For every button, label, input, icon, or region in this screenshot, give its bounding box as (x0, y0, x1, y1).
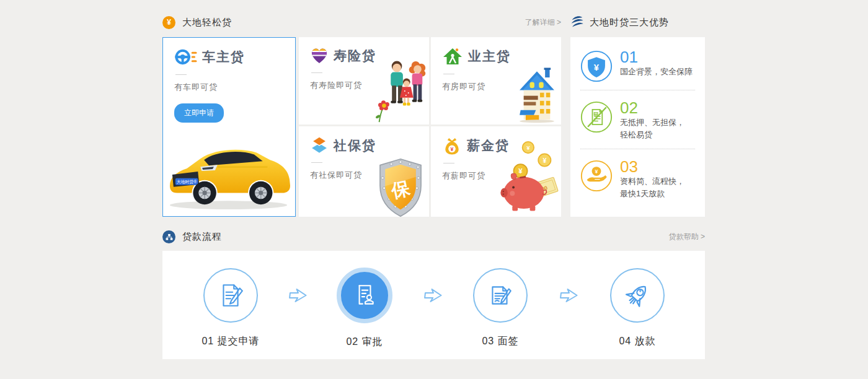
step-label: 03 面签 (451, 335, 550, 348)
advantage-item-2: 02 无抵押、无担保， 轻松易贷 (580, 95, 695, 144)
process-step-interview-sign: 03 面签 (451, 268, 550, 348)
divider (443, 163, 454, 163)
step-label: 02 审批 (315, 336, 414, 349)
card-title: 社保贷 (334, 137, 376, 154)
card-title: 薪金贷 (467, 137, 510, 154)
process-step-submit: 01 提交申请 (181, 268, 280, 348)
rocket-yen-icon: ¥ (624, 282, 651, 309)
card-title: 业主贷 (468, 48, 511, 65)
advantage-number: 03 (620, 158, 684, 175)
step-circle-active (337, 268, 392, 323)
purple-heart-icon (310, 47, 329, 64)
loan-landing-page: ¥ 大地轻松贷 了解详细 > 大地时贷三大优势 (0, 0, 868, 379)
arrow-right-icon (422, 287, 445, 304)
svg-text:¥: ¥ (451, 146, 454, 152)
process-step-approval: 02 审批 (315, 268, 414, 349)
arrow-right-icon (558, 287, 580, 304)
svg-text:¥: ¥ (594, 63, 600, 72)
flowchart-circle-icon (162, 230, 175, 243)
advantage-text: 轻松易贷 (620, 129, 684, 141)
product-card-car-loan[interactable]: 车主贷 有车即可贷 立即申请 大地时贷® (162, 37, 296, 217)
steering-wheel-icon (174, 48, 197, 66)
learn-more-link[interactable]: 了解详细 > (525, 17, 561, 28)
yellow-car-illustration: 大地时贷® (164, 131, 296, 213)
step-circle (203, 268, 258, 323)
dotted-divider (580, 149, 695, 149)
step-label: 01 提交申请 (181, 335, 280, 348)
divider (443, 74, 454, 74)
apply-now-button[interactable]: 立即申请 (174, 103, 224, 123)
products-section-header: ¥ 大地轻松贷 了解详细 > (162, 16, 561, 29)
product-card-social-security-loan[interactable]: 社保贷 有社保即可贷 保 (299, 126, 429, 217)
process-section-title: 贷款流程 (182, 231, 222, 243)
hand-coin-icon: ¥ (580, 160, 613, 192)
diamond-link-icon (310, 136, 329, 154)
yen-circle-icon: ¥ (162, 16, 175, 29)
advantage-item-1: ¥ 01 国企背景，安全保障 (580, 45, 695, 85)
dotted-divider (580, 90, 695, 90)
svg-text:¥: ¥ (595, 168, 598, 175)
step-circle (473, 268, 528, 323)
card-title: 寿险贷 (334, 47, 376, 64)
advantage-text: 无抵押、无担保， (620, 116, 684, 129)
divider (175, 74, 187, 75)
green-house-icon (442, 47, 463, 66)
advantage-text: 国企背景，安全保障 (620, 66, 693, 78)
loan-process-panel: 01 提交申请 02 审批 (162, 251, 705, 359)
advantage-text: 最快1天放款 (620, 188, 684, 200)
divider (311, 162, 322, 163)
card-subtitle: 有寿险即可贷 (310, 80, 418, 91)
advantage-number: 02 (620, 99, 684, 116)
arrow-right-icon (287, 287, 309, 304)
no-mortgage-document-icon (580, 101, 613, 133)
step-label: 04 放款 (588, 335, 687, 348)
card-subtitle: 有薪即可贷 (442, 170, 550, 181)
document-stamp-icon (352, 282, 378, 308)
advantages-panel: ¥ 01 国企背景，安全保障 02 无抵 (570, 37, 705, 217)
card-subtitle: 有车即可贷 (174, 82, 284, 93)
svg-text:¥: ¥ (639, 289, 641, 294)
product-card-property-owner-loan[interactable]: 业主贷 有房即可贷 (431, 37, 561, 124)
process-section-header: 贷款流程 贷款帮助 > (162, 230, 705, 243)
card-subtitle: 有房即可贷 (442, 81, 550, 92)
money-bag-icon: ¥ (442, 136, 462, 155)
shield-yen-icon: ¥ (580, 50, 613, 82)
product-card-life-insurance-loan[interactable]: 寿险贷 有寿险即可贷 (299, 37, 429, 124)
advantage-text: 资料简、流程快， (620, 175, 684, 188)
advantage-item-3: ¥ 03 资料简、流程快， 最快1天放款 (580, 154, 695, 203)
advantages-section-header: 大地时贷三大优势 (569, 15, 706, 30)
document-pen-icon (487, 282, 513, 308)
step-circle: ¥ (610, 268, 665, 323)
product-card-salary-loan[interactable]: ¥ 薪金贷 有薪即可贷 ¥ ¥ ¥ 100 (431, 126, 561, 217)
svg-text:大地时贷®: 大地时贷® (177, 180, 197, 185)
divider (311, 72, 322, 73)
advantage-number: 01 (620, 48, 693, 66)
company-logo-icon (569, 15, 584, 30)
process-step-disburse: ¥ 04 放款 (588, 268, 687, 348)
loan-help-link[interactable]: 贷款帮助 > (669, 232, 705, 242)
card-subtitle: 有社保即可贷 (310, 170, 418, 181)
products-section-title: 大地轻松贷 (182, 17, 232, 28)
advantages-section-title: 大地时贷三大优势 (590, 17, 669, 28)
card-title: 车主贷 (202, 48, 245, 66)
document-pencil-icon (218, 282, 244, 308)
